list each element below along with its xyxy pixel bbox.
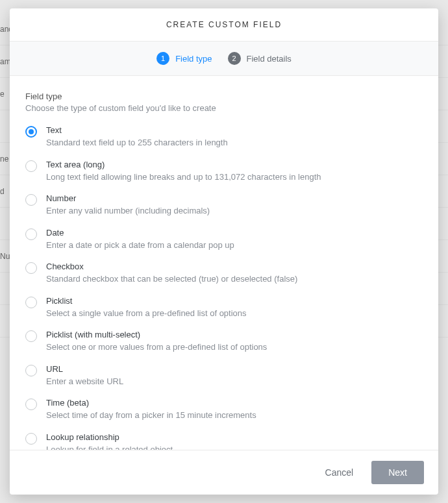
option-text: Lookup relationshipLookup for field in a… [46,432,423,450]
wizard-steps: 1 Field type 2 Field details [10,42,438,76]
next-button[interactable]: Next [371,461,424,484]
option-title: Number [46,193,423,203]
modal-footer: Cancel Next [10,450,438,495]
option-text: PicklistSelect a single value from a pre… [46,296,423,319]
option-description: Select time of day from a picker in 15 m… [46,410,423,421]
section-title: Field type [25,92,423,101]
option-title: Picklist (with multi-select) [46,330,423,339]
create-custom-field-modal: CREATE CUSTOM FIELD 1 Field type 2 Field… [10,8,438,495]
radio-time[interactable] [25,399,37,410]
option-text: Text area (long)Long text field allowing… [46,160,423,183]
option-title: Text area (long) [46,160,423,169]
radio-date[interactable] [25,228,37,240]
option-description: Select a single value from a pre-defined… [46,308,423,319]
radio-textarea[interactable] [25,160,37,172]
step-label-2: Field details [247,54,292,64]
option-title: Lookup relationship [46,432,423,442]
option-text: Picklist (with multi-select)Select one o… [46,330,423,353]
option-text: DateEnter a date or pick a date from a c… [46,228,423,251]
field-type-option-checkbox[interactable]: CheckboxStandard checkbox that can be se… [25,257,423,291]
option-title: URL [46,364,423,374]
radio-lookup[interactable] [25,433,37,445]
field-type-options: TextStandard text field up to 255 charac… [25,121,423,450]
option-description: Enter a date or pick a date from a calen… [46,239,423,251]
option-text: NumberEnter any valid number (including … [46,193,423,217]
field-type-option-date[interactable]: DateEnter a date or pick a date from a c… [25,223,423,258]
option-title: Date [46,228,423,238]
option-title: Picklist [46,296,423,306]
section-description: Choose the type of custom field you'd li… [25,103,423,113]
option-title: Checkbox [46,262,423,271]
radio-number[interactable] [25,194,37,206]
cancel-button[interactable]: Cancel [316,461,363,484]
field-type-option-textarea[interactable]: Text area (long)Long text field allowing… [25,155,423,190]
radio-url[interactable] [25,365,37,376]
option-text: CheckboxStandard checkbox that can be se… [46,262,423,285]
radio-checkbox[interactable] [25,262,37,274]
modal-body: Field type Choose the type of custom fie… [10,76,438,450]
option-description: Enter a website URL [46,376,423,387]
step-field-type[interactable]: 1 Field type [156,52,212,65]
field-type-option-text[interactable]: TextStandard text field up to 255 charac… [25,121,423,155]
step-number-2: 2 [228,52,241,65]
option-description: Standard text field up to 255 characters… [46,137,423,149]
option-description: Standard checkbox that can be selected (… [46,273,423,285]
option-description: Long text field allowing line breaks and… [46,171,423,183]
radio-picklist-multi[interactable] [25,330,37,342]
field-type-option-picklist[interactable]: PicklistSelect a single value from a pre… [25,291,423,326]
option-description: Enter any valid number (including decima… [46,205,423,217]
option-description: Select one or more values from a pre-def… [46,341,423,353]
step-label-1: Field type [175,54,212,64]
field-type-option-picklist-multi[interactable]: Picklist (with multi-select)Select one o… [25,325,423,360]
option-text: TextStandard text field up to 255 charac… [46,125,423,149]
option-text: URLEnter a website URL [46,364,423,387]
option-text: Time (beta)Select time of day from a pic… [46,398,423,421]
field-type-option-time[interactable]: Time (beta)Select time of day from a pic… [25,393,423,428]
field-type-option-url[interactable]: URLEnter a website URL [25,360,423,394]
option-title: Time (beta) [46,398,423,408]
modal-title: CREATE CUSTOM FIELD [10,8,438,42]
step-number-1: 1 [156,52,169,65]
radio-picklist[interactable] [25,297,37,308]
radio-text[interactable] [25,126,37,138]
field-type-option-lookup[interactable]: Lookup relationshipLookup for field in a… [25,428,423,450]
option-description: Lookup for field in a related object [46,444,423,450]
option-title: Text [46,125,423,135]
field-type-option-number[interactable]: NumberEnter any valid number (including … [25,189,423,223]
step-field-details[interactable]: 2 Field details [228,52,292,65]
